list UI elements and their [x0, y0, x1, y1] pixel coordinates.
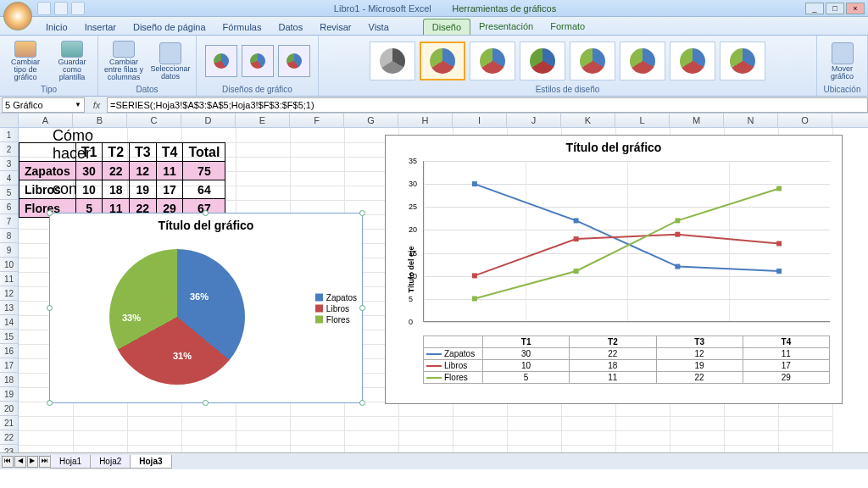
- row-header[interactable]: 9: [0, 243, 18, 258]
- tab-diseno-pagina[interactable]: Diseño de página: [125, 19, 214, 35]
- col-header[interactable]: H: [398, 114, 453, 127]
- pie-chart-title[interactable]: Título del gráfico: [50, 214, 362, 234]
- pie-chart[interactable]: Título del gráfico 36%31%33% ZapatosLibr…: [49, 213, 363, 403]
- col-header[interactable]: F: [290, 114, 344, 127]
- col-header[interactable]: A: [19, 114, 73, 127]
- line-plot[interactable]: 05101520253035: [423, 161, 830, 322]
- row-header[interactable]: 14: [0, 315, 18, 330]
- row-header[interactable]: 18: [0, 373, 18, 387]
- style-item[interactable]: [470, 42, 515, 80]
- col-header[interactable]: B: [73, 114, 127, 127]
- line-chart[interactable]: Título del gráfico Título del eje 051015…: [385, 135, 843, 404]
- tab-nav-first-icon[interactable]: ⏮: [2, 456, 14, 468]
- sheet-tab[interactable]: Hoja1: [50, 455, 91, 469]
- row-header[interactable]: 13: [0, 301, 18, 315]
- col-header[interactable]: O: [778, 114, 832, 127]
- row-header[interactable]: 8: [0, 229, 18, 243]
- pie-plot[interactable]: 36%31%33%: [109, 249, 245, 385]
- table-row[interactable]: Libros1018191764: [19, 180, 225, 199]
- row-header[interactable]: 10: [0, 258, 18, 272]
- tab-formulas[interactable]: Fórmulas: [214, 19, 270, 35]
- row-header[interactable]: 2: [0, 142, 18, 157]
- col-header[interactable]: L: [615, 114, 670, 127]
- row-header[interactable]: 5: [0, 186, 18, 200]
- col-header[interactable]: K: [561, 114, 615, 127]
- style-item[interactable]: [570, 42, 615, 80]
- tab-presentacion[interactable]: Presentación: [470, 19, 542, 35]
- style-item[interactable]: [520, 42, 565, 80]
- style-item[interactable]: [720, 42, 765, 80]
- worksheet-grid[interactable]: ABCDEFGHIJKLMNO 123456789101112131415161…: [0, 114, 868, 469]
- sheet-tab[interactable]: Hoja3: [130, 455, 171, 469]
- row-header[interactable]: 7: [0, 214, 18, 229]
- legend-item[interactable]: Flores: [315, 314, 357, 324]
- col-header[interactable]: M: [670, 114, 724, 127]
- office-button[interactable]: [3, 2, 32, 30]
- row-header[interactable]: 22: [0, 430, 18, 445]
- col-header[interactable]: J: [507, 114, 561, 127]
- qat-undo-icon[interactable]: [54, 2, 68, 15]
- row-header[interactable]: 20: [0, 402, 18, 416]
- row-header[interactable]: 4: [0, 171, 18, 186]
- switch-icon: [113, 41, 135, 58]
- pie-legend[interactable]: ZapatosLibrosFlores: [315, 291, 357, 325]
- style-item[interactable]: [420, 42, 465, 80]
- select-data-button[interactable]: Seleccionar datos: [148, 39, 192, 83]
- fx-icon[interactable]: fx: [86, 100, 107, 110]
- quick-access-toolbar: [37, 2, 85, 15]
- tab-revisar[interactable]: Revisar: [311, 19, 359, 35]
- save-template-button[interactable]: Guardar como plantilla: [50, 39, 94, 83]
- tab-insertar[interactable]: Insertar: [76, 19, 125, 35]
- table-row[interactable]: Zapatos3022121175: [19, 162, 225, 180]
- tab-nav-prev-icon[interactable]: ◀: [14, 456, 26, 468]
- select-all-corner[interactable]: [0, 114, 19, 128]
- tab-formato[interactable]: Formato: [542, 19, 593, 35]
- row-header[interactable]: 12: [0, 286, 18, 301]
- y-tick: 20: [409, 225, 417, 234]
- line-chart-title[interactable]: Título del gráfico: [386, 136, 842, 156]
- layout-item[interactable]: [278, 45, 310, 77]
- sheet-tab[interactable]: Hoja2: [90, 455, 131, 469]
- layout-item[interactable]: [242, 45, 274, 77]
- row-header[interactable]: 3: [0, 157, 18, 171]
- tab-datos[interactable]: Datos: [270, 19, 311, 35]
- row-header[interactable]: 6: [0, 200, 18, 214]
- move-chart-button[interactable]: Mover gráfico: [821, 39, 864, 83]
- chart-styles-gallery[interactable]: [322, 37, 813, 85]
- col-header[interactable]: I: [453, 114, 507, 127]
- row-header[interactable]: 16: [0, 344, 18, 358]
- row-header[interactable]: 1: [0, 128, 18, 142]
- formula-input[interactable]: =SERIES(;Hoja3!$A$3:$A$5;Hoja3!$F$3:$F$5…: [107, 97, 868, 113]
- legend-item[interactable]: Zapatos: [315, 292, 357, 302]
- tab-nav-next-icon[interactable]: ▶: [27, 456, 39, 468]
- style-item[interactable]: [370, 42, 415, 80]
- col-header[interactable]: G: [344, 114, 398, 127]
- y-tick: 5: [409, 295, 413, 303]
- minimize-button[interactable]: _: [805, 3, 824, 14]
- qat-save-icon[interactable]: [37, 2, 51, 15]
- legend-item[interactable]: Libros: [315, 303, 357, 313]
- row-header[interactable]: 15: [0, 330, 18, 344]
- tab-vista[interactable]: Vista: [360, 19, 398, 35]
- qat-redo-icon[interactable]: [71, 2, 85, 15]
- change-chart-type-button[interactable]: Cambiar tipo de gráfico: [3, 39, 47, 83]
- name-box[interactable]: 5 Gráfico▼: [2, 97, 85, 113]
- layout-item[interactable]: [205, 45, 237, 77]
- tab-inicio[interactable]: Inicio: [37, 19, 76, 35]
- row-header[interactable]: 11: [0, 272, 18, 286]
- tab-nav-last-icon[interactable]: ⏭: [39, 456, 51, 468]
- style-item[interactable]: [670, 42, 715, 80]
- switch-row-col-button[interactable]: Cambiar entre filas y columnas: [102, 39, 146, 83]
- style-item[interactable]: [620, 42, 665, 80]
- col-header[interactable]: D: [181, 114, 236, 127]
- maximize-button[interactable]: □: [826, 3, 844, 14]
- row-header[interactable]: 21: [0, 416, 18, 430]
- close-button[interactable]: ×: [846, 3, 865, 14]
- row-header[interactable]: 17: [0, 358, 18, 373]
- tab-diseno[interactable]: Diseño: [423, 19, 470, 35]
- col-header[interactable]: E: [236, 114, 290, 127]
- col-header[interactable]: C: [127, 114, 181, 127]
- row-header[interactable]: 19: [0, 387, 18, 402]
- chart-layouts-gallery[interactable]: [200, 37, 314, 85]
- col-header[interactable]: N: [724, 114, 778, 127]
